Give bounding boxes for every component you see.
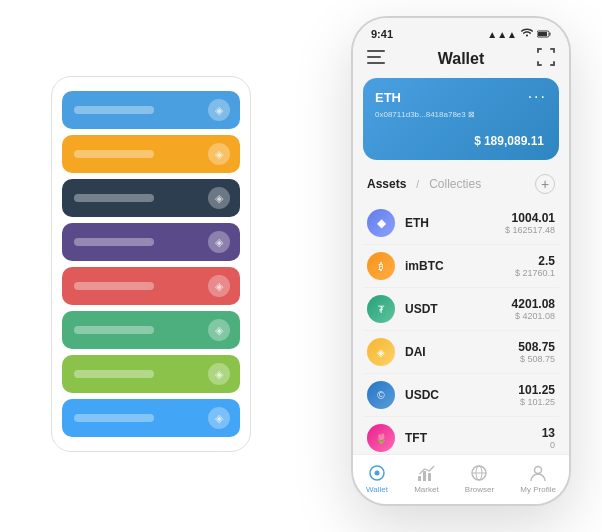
eth-card-options[interactable]: ··· [528, 88, 547, 106]
nav-item-browser[interactable]: Browser [465, 463, 494, 494]
asset-item-dai[interactable]: ◈ DAI 508.75 $ 508.75 [363, 331, 559, 374]
card-icon: ◈ [208, 275, 230, 297]
svg-rect-5 [367, 62, 385, 64]
svg-point-15 [375, 471, 380, 476]
asset-item-usdc[interactable]: © USDC 101.25 $ 101.25 [363, 374, 559, 417]
imbtc-amount-primary: 2.5 [515, 254, 555, 268]
phone-content: ETH ··· 0x08711d3b...8418a78e3 ⊠ $189,08… [353, 78, 569, 454]
svg-rect-13 [553, 61, 555, 66]
list-item[interactable]: ◈ [62, 267, 240, 305]
eth-amount-secondary: $ 162517.48 [505, 225, 555, 235]
eth-card[interactable]: ETH ··· 0x08711d3b...8418a78e3 ⊠ $189,08… [363, 78, 559, 160]
nav-item-profile[interactable]: My Profile [520, 463, 556, 494]
usdc-amount-primary: 101.25 [518, 383, 555, 397]
list-item[interactable]: ◈ [62, 223, 240, 261]
usdc-amount-secondary: $ 101.25 [518, 397, 555, 407]
card-label [74, 194, 154, 202]
eth-coin-icon: ◆ [367, 209, 395, 237]
browser-nav-label: Browser [465, 485, 494, 494]
card-label [74, 106, 154, 114]
wallet-nav-label: Wallet [366, 485, 388, 494]
asset-item-tft[interactable]: 🌷 TFT 13 0 [363, 417, 559, 454]
scan-icon[interactable] [537, 48, 555, 70]
usdc-coin-icon: © [367, 381, 395, 409]
imbtc-amount-secondary: $ 21760.1 [515, 268, 555, 278]
dai-amounts: 508.75 $ 508.75 [518, 340, 555, 364]
nav-item-market[interactable]: Market [414, 463, 438, 494]
card-icon: ◈ [208, 319, 230, 341]
phone-frame: 9:41 ▲▲▲ Wallet [351, 16, 571, 506]
card-icon: ◈ [208, 99, 230, 121]
asset-item-imbtc[interactable]: ₿ imBTC 2.5 $ 21760.1 [363, 245, 559, 288]
profile-nav-icon [528, 463, 548, 483]
tft-coin-icon: 🌷 [367, 424, 395, 452]
status-icons: ▲▲▲ [487, 28, 551, 40]
assets-tabs: Assets / Collecties [367, 177, 481, 191]
nav-item-wallet[interactable]: Wallet [366, 463, 388, 494]
dai-coin-icon: ◈ [367, 338, 395, 366]
card-stack: ◈ ◈ ◈ ◈ ◈ ◈ ◈ ◈ [51, 76, 251, 452]
list-item[interactable]: ◈ [62, 135, 240, 173]
list-item[interactable]: ◈ [62, 311, 240, 349]
battery-icon [537, 29, 551, 40]
asset-item-eth[interactable]: ◆ ETH 1004.01 $ 162517.48 [363, 202, 559, 245]
imbtc-coin-icon: ₿ [367, 252, 395, 280]
card-icon: ◈ [208, 187, 230, 209]
svg-rect-7 [537, 48, 539, 53]
card-label [74, 370, 154, 378]
card-icon: ◈ [208, 363, 230, 385]
list-item[interactable]: ◈ [62, 399, 240, 437]
add-asset-button[interactable]: + [535, 174, 555, 194]
svg-point-22 [535, 467, 542, 474]
tab-assets[interactable]: Assets [367, 177, 406, 191]
eth-card-header: ETH ··· [375, 88, 547, 106]
market-nav-icon [416, 463, 436, 483]
asset-list: ◆ ETH 1004.01 $ 162517.48 ₿ imBTC 2.5 $ … [353, 202, 569, 454]
wallet-nav-icon [367, 463, 387, 483]
profile-nav-label: My Profile [520, 485, 556, 494]
page-title: Wallet [438, 50, 485, 68]
eth-amounts: 1004.01 $ 162517.48 [505, 211, 555, 235]
svg-rect-11 [537, 61, 539, 66]
usdc-amounts: 101.25 $ 101.25 [518, 383, 555, 407]
amount-value: 189,089.11 [484, 134, 544, 148]
card-label [74, 414, 154, 422]
svg-rect-1 [538, 32, 547, 36]
eth-card-amount: $189,089.11 [375, 127, 547, 150]
market-nav-label: Market [414, 485, 438, 494]
svg-rect-4 [367, 56, 381, 58]
signal-icon: ▲▲▲ [487, 29, 517, 40]
eth-card-title: ETH [375, 90, 401, 105]
usdt-amounts: 4201.08 $ 4201.08 [512, 297, 555, 321]
svg-rect-17 [423, 471, 426, 481]
status-time: 9:41 [371, 28, 393, 40]
card-icon: ◈ [208, 231, 230, 253]
browser-nav-icon [469, 463, 489, 483]
tab-separator: / [416, 179, 419, 190]
list-item[interactable]: ◈ [62, 355, 240, 393]
svg-rect-2 [550, 32, 551, 35]
card-label [74, 150, 154, 158]
card-icon: ◈ [208, 407, 230, 429]
svg-rect-18 [428, 473, 431, 481]
plus-icon: + [541, 176, 549, 192]
dai-amount-secondary: $ 508.75 [518, 354, 555, 364]
scene: ◈ ◈ ◈ ◈ ◈ ◈ ◈ ◈ [21, 16, 581, 516]
list-item[interactable]: ◈ [62, 179, 240, 217]
asset-name-eth: ETH [405, 216, 505, 230]
dai-amount-primary: 508.75 [518, 340, 555, 354]
wifi-icon [521, 28, 533, 40]
usdt-amount-secondary: $ 4201.08 [512, 311, 555, 321]
list-item[interactable]: ◈ [62, 91, 240, 129]
asset-item-usdt[interactable]: ₮ USDT 4201.08 $ 4201.08 [363, 288, 559, 331]
menu-icon[interactable] [367, 50, 385, 68]
tab-collecties[interactable]: Collecties [429, 177, 481, 191]
phone-header: Wallet [353, 44, 569, 78]
usdt-amount-primary: 4201.08 [512, 297, 555, 311]
svg-rect-9 [553, 48, 555, 53]
status-bar: 9:41 ▲▲▲ [353, 18, 569, 44]
eth-amount-primary: 1004.01 [505, 211, 555, 225]
tft-amount-primary: 13 [542, 426, 555, 440]
card-label [74, 326, 154, 334]
asset-name-usdc: USDC [405, 388, 518, 402]
